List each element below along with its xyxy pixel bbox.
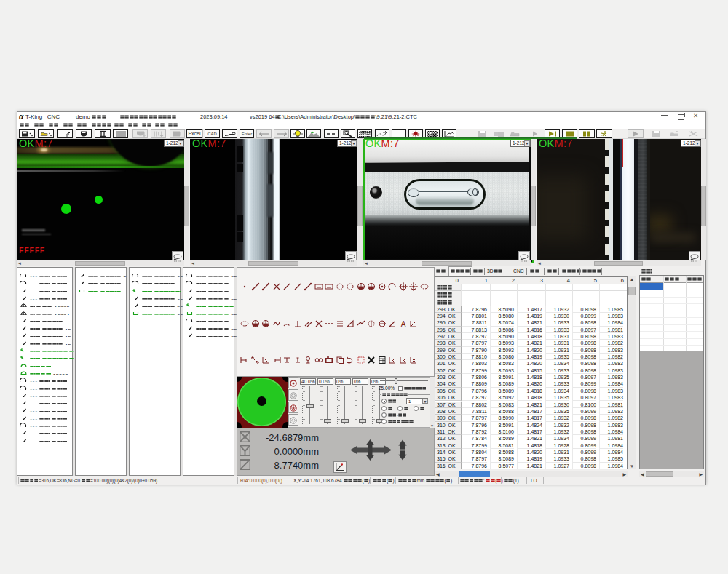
svg-text:A: A — [400, 320, 405, 328]
